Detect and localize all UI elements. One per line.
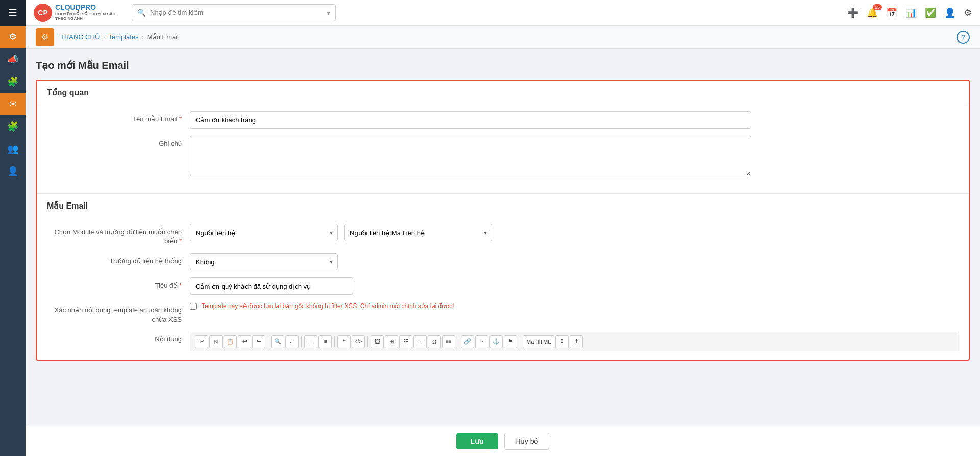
ten-mau-email-input[interactable] — [190, 111, 751, 129]
editor-toolbar-wrapper: ✂ ⎘ 📋 ↩ ↪ 🔍 ⇌ ≡ ≋ ❝ — [190, 332, 959, 351]
tasks-button[interactable]: ✅ — [925, 7, 936, 18]
hamburger-icon: ☰ — [8, 7, 17, 19]
label-module: Chọn Module và trường dữ liệu muốn chèn … — [47, 224, 190, 246]
toolbar-align-left[interactable]: ≡ — [304, 335, 317, 348]
notification-badge: 55 — [873, 4, 882, 10]
sidebar-item-settings[interactable]: ⚙ — [0, 26, 26, 48]
search-dropdown-icon[interactable]: ▾ — [327, 9, 330, 17]
truong-du-lieu-select-wrapper: Không — [190, 253, 338, 270]
toolbar-align-center[interactable]: ≋ — [318, 335, 332, 348]
sidebar: ☰ ⚙ 📣 🧩 ✉ 🧩 👥 👤 — [0, 0, 26, 456]
module-field-select[interactable]: Người liên hệ:Mã Liên hệ — [344, 224, 492, 241]
cancel-button[interactable]: Hủy bỏ — [504, 433, 550, 450]
row-ghi-chu: Ghi chú — [47, 136, 959, 178]
toolbar-table[interactable]: ⊞ — [385, 335, 398, 348]
toolbar-cut[interactable]: ✂ — [195, 335, 208, 348]
ghi-chu-textarea[interactable] — [190, 136, 751, 176]
toolbar-copy[interactable]: ⎘ — [209, 335, 223, 348]
settings-icon: ⚙ — [9, 31, 17, 42]
control-tieu-de — [190, 277, 751, 295]
row-xss: Xác nhận nội dung template an toàn không… — [47, 302, 959, 324]
navbar-right: ➕ 🔔 55 📅 📊 ✅ 👤 ⚙ — [847, 7, 972, 18]
toolbar-code[interactable]: </> — [352, 335, 365, 348]
gear-icon: ⚙ — [964, 8, 972, 18]
sidebar-item-profile[interactable]: 👤 — [0, 160, 26, 183]
sidebar-menu-toggle[interactable]: ☰ — [0, 0, 26, 26]
email-icon: ✉ — [9, 98, 17, 110]
xss-checkbox[interactable] — [190, 303, 197, 310]
calendar-icon: 📅 — [886, 8, 897, 18]
sidebar-item-plugins-top[interactable]: 🧩 — [0, 70, 26, 93]
dashboard-icon: 📊 — [905, 8, 917, 18]
footer-bar: Lưu Hủy bỏ — [26, 426, 980, 456]
control-xss: Template này sẽ được lưu lại bản gốc khô… — [190, 302, 751, 311]
toolbar-sep-2 — [301, 336, 302, 347]
toolbar-blockquote[interactable]: ❝ — [337, 335, 351, 348]
xss-checkbox-row: Template này sẽ được lưu lại bản gốc khô… — [190, 302, 751, 311]
toolbar-sep-3 — [334, 336, 335, 347]
settings-button[interactable]: ⚙ — [964, 7, 972, 18]
dashboard-button[interactable]: 📊 — [905, 7, 917, 18]
breadcrumb: TRANG CHỦ › Templates › Mẫu Email — [60, 33, 179, 41]
add-button[interactable]: ➕ — [847, 7, 859, 18]
required-marker-3: * — [179, 282, 182, 289]
toolbar-list[interactable]: ☷ — [399, 335, 412, 348]
save-button[interactable]: Lưu — [456, 433, 498, 449]
toolbar-ordered-list[interactable]: ≣ — [413, 335, 427, 348]
search-input[interactable] — [150, 9, 323, 16]
subheader: ⚙ TRANG CHỦ › Templates › Mẫu Email ? — [26, 26, 980, 49]
logo-icon: CP — [34, 4, 52, 22]
toolbar-replace[interactable]: ⇌ — [285, 335, 299, 348]
tieu-de-input[interactable] — [190, 277, 353, 295]
user-button[interactable]: 👤 — [944, 7, 955, 18]
sidebar-item-announcements[interactable]: 📣 — [0, 48, 26, 70]
content-area: Tạo mới Mẫu Email Tổng quan Tên mẫu Emai… — [26, 49, 980, 426]
toolbar-indent[interactable]: ≡≡ — [442, 335, 455, 348]
toolbar-find[interactable]: 🔍 — [271, 335, 284, 348]
toolbar-special-chars[interactable]: Ω — [428, 335, 441, 348]
label-ten-mau-email: Tên mẫu Email * — [47, 111, 190, 124]
users-icon: 👥 — [7, 143, 18, 155]
label-xss: Xác nhận nội dung template an toàn không… — [47, 302, 190, 324]
notifications-button[interactable]: 🔔 55 — [867, 7, 878, 18]
module-select[interactable]: Người liên hệ — [190, 224, 338, 241]
logo-text-block: CLOUDPRO CHUYỂN ĐỔI SỐ CHUYÊN SÂU THEO N… — [55, 4, 121, 21]
toolbar-undo[interactable]: ↩ — [238, 335, 251, 348]
breadcrumb-home[interactable]: TRANG CHỦ — [60, 33, 100, 41]
toolbar-flag[interactable]: ⚑ — [504, 335, 517, 348]
help-button[interactable]: ? — [957, 31, 970, 44]
user-icon: 👤 — [944, 8, 955, 18]
label-noi-dung: Nội dung — [47, 332, 190, 343]
breadcrumb-sep-2: › — [141, 33, 143, 41]
truong-du-lieu-select[interactable]: Không — [190, 253, 338, 270]
sidebar-item-users[interactable]: 👥 — [0, 138, 26, 160]
search-bar[interactable]: 🔍 ▾ — [132, 4, 336, 21]
toolbar-show-blocks[interactable]: ↥ — [570, 335, 583, 348]
tasks-icon: ✅ — [925, 8, 936, 18]
toolbar-image[interactable]: 🖼 — [371, 335, 384, 348]
toolbar-html-source[interactable]: Mã HTML — [523, 335, 554, 348]
label-tieu-de: Tiêu đề * — [47, 277, 190, 290]
row-ten-mau-email: Tên mẫu Email * — [47, 111, 959, 129]
calendar-button[interactable]: 📅 — [886, 7, 897, 18]
toolbar-anchor[interactable]: ⚓ — [489, 335, 503, 348]
main-card: Tổng quan Tên mẫu Email * Ghi chú — [36, 80, 970, 361]
toolbar-link[interactable]: 🔗 — [461, 335, 474, 348]
toolbar-unlink[interactable]: ~ — [475, 335, 488, 348]
module-selects-row: Người liên hệ Người liên hệ:Mã Liên hệ — [190, 224, 751, 241]
breadcrumb-current: Mẫu Email — [147, 33, 179, 41]
module-field-select-wrapper: Người liên hệ:Mã Liên hệ — [344, 224, 492, 241]
navbar: CP CLOUDPRO CHUYỂN ĐỔI SỐ CHUYÊN SÂU THE… — [26, 0, 980, 26]
toolbar-redo[interactable]: ↪ — [252, 335, 265, 348]
sidebar-item-email[interactable]: ✉ — [0, 93, 26, 115]
toolbar-paste[interactable]: 📋 — [224, 335, 237, 348]
breadcrumb-sep-1: › — [103, 33, 105, 41]
page-title: Tạo mới Mẫu Email — [36, 59, 970, 71]
toolbar-maximize[interactable]: ↧ — [555, 335, 569, 348]
sidebar-item-plugins-mid[interactable]: 🧩 — [0, 115, 26, 138]
section-mau-email-title: Mẫu Email — [37, 194, 969, 216]
toolbar-sep-6 — [520, 336, 520, 347]
row-truong-du-lieu: Trường dữ liệu hệ thống Không — [47, 253, 959, 270]
xss-warning-text: Template này sẽ được lưu lại bản gốc khô… — [202, 302, 454, 311]
breadcrumb-templates[interactable]: Templates — [108, 33, 138, 41]
